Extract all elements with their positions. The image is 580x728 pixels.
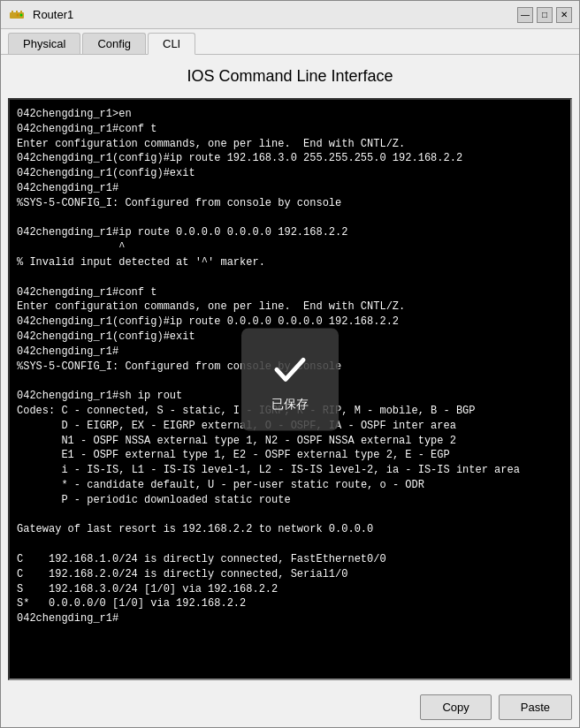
paste-button[interactable]: Paste: [499, 694, 572, 720]
minimize-button[interactable]: —: [517, 7, 533, 23]
title-bar-left: Router1: [8, 6, 73, 24]
checkmark-icon: [268, 345, 312, 390]
router-icon: [8, 6, 26, 24]
tab-config[interactable]: Config: [82, 33, 146, 54]
window-controls: — □ ✕: [517, 7, 572, 23]
page-title: IOS Command Line Interface: [8, 62, 572, 91]
title-bar: Router1 — □ ✕: [1, 1, 579, 29]
main-content: IOS Command Line Interface 042chengding_…: [1, 55, 579, 687]
svg-rect-2: [16, 11, 18, 13]
terminal-container[interactable]: 042chengding_r1>en 042chengding_r1#conf …: [8, 98, 572, 680]
svg-rect-1: [11, 11, 13, 13]
saved-label: 已保存: [271, 397, 309, 413]
tab-physical[interactable]: Physical: [8, 33, 80, 54]
main-window: Router1 — □ ✕ Physical Config CLI IOS Co…: [0, 0, 580, 728]
maximize-button[interactable]: □: [537, 7, 553, 23]
button-bar: Copy Paste: [1, 687, 579, 727]
svg-point-4: [20, 13, 23, 16]
svg-rect-3: [20, 11, 22, 13]
window-title: Router1: [33, 8, 73, 21]
copy-button[interactable]: Copy: [420, 694, 491, 720]
tab-cli[interactable]: CLI: [148, 33, 195, 55]
svg-point-5: [17, 13, 19, 16]
close-button[interactable]: ✕: [556, 7, 572, 23]
tab-bar: Physical Config CLI: [1, 29, 579, 55]
saved-overlay: 已保存: [241, 328, 339, 430]
